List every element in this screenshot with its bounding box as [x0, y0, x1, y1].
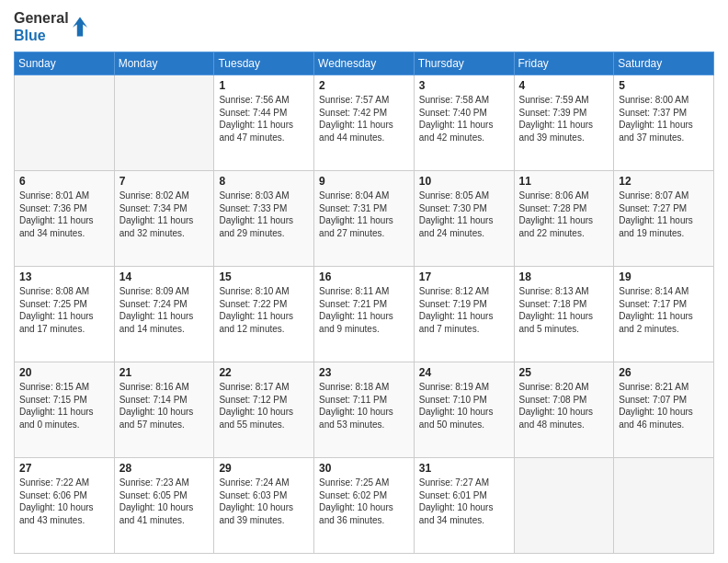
day-number: 4 — [519, 79, 609, 92]
logo-text-block: General Blue — [14, 9, 69, 44]
day-number: 28 — [119, 462, 210, 475]
weekday-header: Tuesday — [214, 52, 314, 75]
calendar-cell: 15Sunrise: 8:10 AM Sunset: 7:22 PM Dayli… — [214, 267, 314, 362]
logo-blue: Blue — [14, 27, 69, 44]
page: General Blue SundayMondayTuesdayWednesda… — [0, 0, 728, 563]
day-number: 3 — [419, 79, 509, 92]
day-number: 2 — [319, 79, 409, 92]
calendar-cell: 22Sunrise: 8:17 AM Sunset: 7:12 PM Dayli… — [214, 362, 314, 458]
calendar-cell: 10Sunrise: 8:05 AM Sunset: 7:30 PM Dayli… — [414, 171, 514, 267]
day-number: 25 — [519, 366, 609, 379]
day-number: 21 — [119, 366, 210, 379]
day-number: 13 — [19, 270, 109, 283]
day-number: 9 — [319, 175, 409, 188]
logo-container: General Blue — [14, 9, 89, 44]
svg-marker-0 — [73, 17, 87, 37]
day-detail: Sunrise: 8:14 AM Sunset: 7:17 PM Dayligh… — [619, 285, 709, 335]
day-number: 31 — [419, 462, 509, 475]
calendar-cell: 27Sunrise: 7:22 AM Sunset: 6:06 PM Dayli… — [15, 458, 115, 554]
day-number: 15 — [219, 270, 309, 283]
day-detail: Sunrise: 8:09 AM Sunset: 7:24 PM Dayligh… — [119, 285, 210, 335]
day-detail: Sunrise: 7:24 AM Sunset: 6:03 PM Dayligh… — [219, 477, 309, 526]
weekday-header: Thursday — [414, 52, 514, 75]
header: General Blue — [14, 9, 714, 44]
day-number: 19 — [619, 270, 709, 283]
day-number: 24 — [419, 366, 509, 379]
day-detail: Sunrise: 7:59 AM Sunset: 7:39 PM Dayligh… — [519, 94, 609, 144]
weekday-header: Wednesday — [314, 52, 415, 75]
logo-general: General — [14, 9, 69, 27]
calendar-cell: 31Sunrise: 7:27 AM Sunset: 6:01 PM Dayli… — [414, 458, 514, 554]
calendar-cell: 20Sunrise: 8:15 AM Sunset: 7:15 PM Dayli… — [15, 362, 115, 458]
calendar-cell: 6Sunrise: 8:01 AM Sunset: 7:36 PM Daylig… — [15, 171, 115, 267]
calendar-week-row: 1Sunrise: 7:56 AM Sunset: 7:44 PM Daylig… — [15, 75, 714, 171]
day-detail: Sunrise: 8:15 AM Sunset: 7:15 PM Dayligh… — [19, 381, 109, 431]
day-number: 26 — [619, 366, 709, 379]
calendar-cell: 28Sunrise: 7:23 AM Sunset: 6:05 PM Dayli… — [114, 458, 214, 554]
day-detail: Sunrise: 8:11 AM Sunset: 7:21 PM Dayligh… — [319, 285, 409, 335]
calendar-cell: 25Sunrise: 8:20 AM Sunset: 7:08 PM Dayli… — [514, 362, 614, 458]
weekday-header: Sunday — [15, 52, 115, 75]
day-detail: Sunrise: 8:00 AM Sunset: 7:37 PM Dayligh… — [619, 94, 709, 144]
calendar-cell: 1Sunrise: 7:56 AM Sunset: 7:44 PM Daylig… — [214, 75, 314, 171]
calendar-cell: 29Sunrise: 7:24 AM Sunset: 6:03 PM Dayli… — [214, 458, 314, 554]
day-number: 6 — [19, 175, 109, 188]
calendar-cell: 30Sunrise: 7:25 AM Sunset: 6:02 PM Dayli… — [314, 458, 415, 554]
day-number: 12 — [619, 175, 709, 188]
calendar-cell: 24Sunrise: 8:19 AM Sunset: 7:10 PM Dayli… — [414, 362, 514, 458]
calendar-cell: 19Sunrise: 8:14 AM Sunset: 7:17 PM Dayli… — [614, 267, 714, 362]
day-detail: Sunrise: 8:16 AM Sunset: 7:14 PM Dayligh… — [119, 381, 210, 431]
day-number: 1 — [219, 79, 309, 92]
day-number: 5 — [619, 79, 709, 92]
calendar-cell: 23Sunrise: 8:18 AM Sunset: 7:11 PM Dayli… — [314, 362, 415, 458]
day-number: 8 — [219, 175, 309, 188]
calendar-week-row: 13Sunrise: 8:08 AM Sunset: 7:25 PM Dayli… — [15, 267, 714, 362]
day-number: 29 — [219, 462, 309, 475]
calendar-cell: 2Sunrise: 7:57 AM Sunset: 7:42 PM Daylig… — [314, 75, 415, 171]
day-detail: Sunrise: 8:18 AM Sunset: 7:11 PM Dayligh… — [319, 381, 409, 431]
calendar-cell — [114, 75, 214, 171]
calendar-cell: 14Sunrise: 8:09 AM Sunset: 7:24 PM Dayli… — [114, 267, 214, 362]
day-detail: Sunrise: 8:13 AM Sunset: 7:18 PM Dayligh… — [519, 285, 609, 335]
calendar-cell: 21Sunrise: 8:16 AM Sunset: 7:14 PM Dayli… — [114, 362, 214, 458]
logo: General Blue — [14, 9, 89, 44]
day-number: 16 — [319, 270, 409, 283]
day-number: 22 — [219, 366, 309, 379]
day-detail: Sunrise: 7:25 AM Sunset: 6:02 PM Dayligh… — [319, 477, 409, 526]
day-detail: Sunrise: 8:08 AM Sunset: 7:25 PM Dayligh… — [19, 285, 109, 335]
calendar-cell: 18Sunrise: 8:13 AM Sunset: 7:18 PM Dayli… — [514, 267, 614, 362]
day-number: 14 — [119, 270, 210, 283]
calendar-week-row: 20Sunrise: 8:15 AM Sunset: 7:15 PM Dayli… — [15, 362, 714, 458]
calendar-week-row: 6Sunrise: 8:01 AM Sunset: 7:36 PM Daylig… — [15, 171, 714, 267]
weekday-header-row: SundayMondayTuesdayWednesdayThursdayFrid… — [15, 52, 714, 75]
day-number: 11 — [519, 175, 609, 188]
day-detail: Sunrise: 8:07 AM Sunset: 7:27 PM Dayligh… — [619, 190, 709, 239]
day-detail: Sunrise: 8:12 AM Sunset: 7:19 PM Dayligh… — [419, 285, 509, 335]
calendar-cell: 26Sunrise: 8:21 AM Sunset: 7:07 PM Dayli… — [614, 362, 714, 458]
calendar-cell — [514, 458, 614, 554]
calendar-cell: 17Sunrise: 8:12 AM Sunset: 7:19 PM Dayli… — [414, 267, 514, 362]
day-detail: Sunrise: 7:58 AM Sunset: 7:40 PM Dayligh… — [419, 94, 509, 144]
day-detail: Sunrise: 8:03 AM Sunset: 7:33 PM Dayligh… — [219, 190, 309, 239]
day-number: 20 — [19, 366, 109, 379]
day-number: 17 — [419, 270, 509, 283]
day-detail: Sunrise: 8:05 AM Sunset: 7:30 PM Dayligh… — [419, 190, 509, 239]
calendar-cell: 3Sunrise: 7:58 AM Sunset: 7:40 PM Daylig… — [414, 75, 514, 171]
calendar-cell — [614, 458, 714, 554]
day-detail: Sunrise: 7:23 AM Sunset: 6:05 PM Dayligh… — [119, 477, 210, 526]
calendar-cell: 7Sunrise: 8:02 AM Sunset: 7:34 PM Daylig… — [114, 171, 214, 267]
calendar-cell: 9Sunrise: 8:04 AM Sunset: 7:31 PM Daylig… — [314, 171, 415, 267]
day-detail: Sunrise: 8:17 AM Sunset: 7:12 PM Dayligh… — [219, 381, 309, 431]
day-detail: Sunrise: 8:21 AM Sunset: 7:07 PM Dayligh… — [619, 381, 709, 431]
day-number: 27 — [19, 462, 109, 475]
day-number: 18 — [519, 270, 609, 283]
calendar-cell: 11Sunrise: 8:06 AM Sunset: 7:28 PM Dayli… — [514, 171, 614, 267]
day-detail: Sunrise: 8:01 AM Sunset: 7:36 PM Dayligh… — [19, 190, 109, 239]
day-detail: Sunrise: 7:22 AM Sunset: 6:06 PM Dayligh… — [19, 477, 109, 526]
day-detail: Sunrise: 8:02 AM Sunset: 7:34 PM Dayligh… — [119, 190, 210, 239]
day-detail: Sunrise: 8:19 AM Sunset: 7:10 PM Dayligh… — [419, 381, 509, 431]
day-detail: Sunrise: 8:10 AM Sunset: 7:22 PM Dayligh… — [219, 285, 309, 335]
day-detail: Sunrise: 8:04 AM Sunset: 7:31 PM Dayligh… — [319, 190, 409, 239]
calendar-week-row: 27Sunrise: 7:22 AM Sunset: 6:06 PM Dayli… — [15, 458, 714, 554]
calendar-cell: 16Sunrise: 8:11 AM Sunset: 7:21 PM Dayli… — [314, 267, 415, 362]
